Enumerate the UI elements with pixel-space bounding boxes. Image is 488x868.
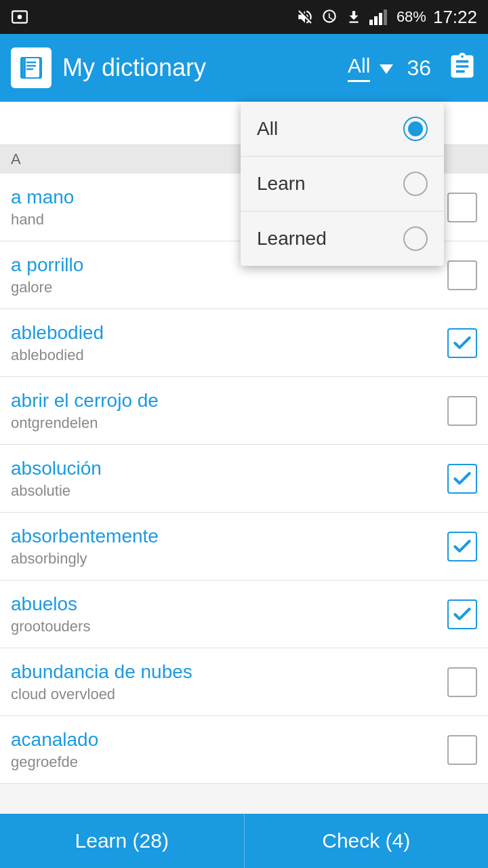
svg-rect-5	[384, 9, 387, 25]
filter-all-label: All	[257, 118, 403, 140]
word-spanish: abuelos	[11, 593, 447, 615]
filter-label: All	[348, 54, 370, 82]
word-spanish: absorbentemente	[11, 526, 447, 547]
status-bar-left	[11, 8, 28, 26]
word-translation: cloud overvloed	[11, 686, 447, 703]
word-translation: galore	[11, 279, 447, 296]
word-checkbox[interactable]	[447, 532, 477, 561]
word-spanish: acanalado	[11, 729, 447, 751]
app-icon	[11, 47, 52, 88]
clipboard-button[interactable]	[447, 52, 477, 84]
section-label-a: A	[11, 151, 21, 167]
mute-icon	[296, 8, 314, 26]
word-translation: absorbingly	[11, 550, 447, 568]
battery-text: 68%	[396, 8, 426, 26]
learn-button[interactable]: Learn (28)	[0, 814, 245, 868]
bottom-bar: Learn (28) Check (4)	[0, 814, 488, 868]
filter-learned-label: Learned	[257, 228, 403, 250]
word-spanish: abundancia de nubes	[11, 661, 447, 683]
svg-rect-2	[369, 20, 373, 25]
filter-dropdown-trigger[interactable]: All	[348, 54, 393, 82]
filter-dropdown: All Learn Learned	[241, 102, 444, 266]
svg-rect-8	[22, 58, 26, 77]
word-item: ablebodiedablebodied	[0, 309, 488, 377]
word-text-col: abundancia de nubescloud overvloed	[11, 661, 447, 703]
filter-all-radio	[403, 117, 428, 141]
word-item: absorbentementeabsorbingly	[0, 513, 488, 580]
app-header: My dictionary All 36	[0, 34, 488, 102]
word-checkbox[interactable]	[447, 328, 477, 358]
word-checkbox[interactable]	[447, 193, 477, 222]
word-text-col: abuelosgrootouders	[11, 593, 447, 635]
svg-rect-3	[374, 16, 378, 25]
word-item: absoluciónabsolutie	[0, 445, 488, 513]
word-translation: absolutie	[11, 482, 447, 500]
word-translation: ablebodied	[11, 347, 447, 364]
filter-option-all[interactable]: All	[241, 102, 444, 157]
word-translation: ontgrendelen	[11, 414, 447, 432]
word-checkbox[interactable]	[447, 599, 477, 629]
filter-learn-radio	[403, 172, 428, 196]
word-translation: grootouders	[11, 618, 447, 635]
check-button[interactable]: Check (4)	[245, 814, 489, 868]
word-spanish: abrir el cerrojo de	[11, 390, 447, 412]
book-icon	[18, 54, 45, 81]
check-button-label: Check (4)	[322, 829, 410, 852]
word-translation: gegroefde	[11, 753, 447, 771]
filter-arrow-icon	[380, 64, 393, 74]
word-checkbox[interactable]	[447, 260, 477, 290]
screenshot-icon	[11, 8, 28, 26]
svg-rect-4	[379, 13, 382, 25]
word-text-col: ablebodiedablebodied	[11, 322, 447, 364]
status-bar-right: 68% 17:22	[296, 7, 477, 28]
word-checkbox[interactable]	[447, 667, 477, 697]
filter-all-radio-inner	[408, 121, 423, 136]
word-item: acanaladogegroefde	[0, 716, 488, 784]
word-item: abuelosgrootouders	[0, 580, 488, 648]
page-title: My dictionary	[62, 54, 348, 82]
word-checkbox[interactable]	[447, 464, 477, 494]
word-checkbox[interactable]	[447, 396, 477, 426]
word-item: abrir el cerrojo deontgrendelen	[0, 377, 488, 445]
alarm-icon	[321, 8, 338, 26]
word-text-col: acanaladogegroefde	[11, 729, 447, 771]
word-text-col: abrir el cerrojo deontgrendelen	[11, 390, 447, 432]
word-item: abundancia de nubescloud overvloed	[0, 648, 488, 716]
word-spanish: ablebodied	[11, 322, 447, 344]
clipboard-icon	[447, 52, 477, 81]
status-bar: 68% 17:22	[0, 0, 488, 34]
download-icon	[345, 8, 363, 26]
word-checkbox[interactable]	[447, 735, 477, 765]
svg-point-1	[18, 15, 22, 20]
word-text-col: absorbentementeabsorbingly	[11, 526, 447, 568]
filter-option-learned[interactable]: Learned	[241, 212, 444, 266]
word-count: 36	[407, 56, 431, 81]
filter-learned-radio	[403, 226, 428, 251]
time-display: 17:22	[433, 7, 477, 28]
filter-option-learn[interactable]: Learn	[241, 157, 444, 212]
signal-icon	[369, 8, 390, 26]
filter-learn-label: Learn	[257, 173, 403, 195]
word-text-col: absoluciónabsolutie	[11, 458, 447, 500]
learn-button-label: Learn (28)	[75, 829, 169, 852]
word-spanish: absolución	[11, 458, 447, 479]
